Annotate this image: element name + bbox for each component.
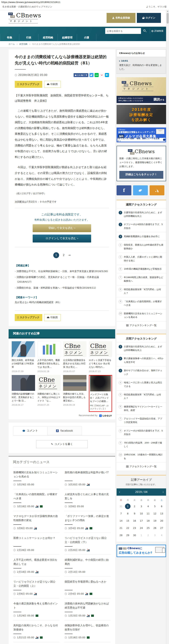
category-news-item[interactable]: 医療機関の文化を知りコミュニケーションを高める3月29日 05:00 bbox=[13, 467, 59, 489]
weekly-ranking-item[interactable]: 8特定処遇改善加算「8万円昇給」は何人？ bbox=[117, 285, 166, 297]
calendar-date[interactable]: 11 bbox=[145, 510, 152, 517]
notice-date[interactable]: 10/01 bbox=[119, 59, 164, 63]
calendar-date[interactable]: 4 bbox=[158, 532, 165, 539]
browser-url[interactable]: https://www.cbnews.jp/news/entry/2018061… bbox=[0, 0, 169, 4]
category-news-item[interactable]: 人材流失を防ぐために人事と育成の見直しを3月8日 05:00 bbox=[64, 489, 111, 511]
calendar-date[interactable]: 30 bbox=[131, 532, 138, 539]
calendar-date[interactable]: 14 bbox=[118, 517, 124, 524]
category-news-item[interactable]: 急性期の低単価病院は利益率が低い!?3月20日 05:00 bbox=[64, 467, 111, 489]
related-article-link[interactable]: 消費税の診療報酬での対応、意見集約することで一致 - 日病協・代表者会議(201… bbox=[15, 275, 109, 284]
advertise-ad-banner[interactable]: 医療 介護 CBnewsに 広告出稿してみませんか? bbox=[117, 545, 166, 557]
calendar-date[interactable]: 21 bbox=[118, 524, 124, 532]
category-news-item[interactable]: 保険診療外収入を増やし、収益構造の改善を目指す1月18日 05:00 bbox=[64, 620, 111, 642]
related-article-link[interactable]: 消費増税は不可欠、社会保障財源確保に - 日医、来年度予算見据え要望(2018/… bbox=[15, 269, 109, 274]
weekly-ranking-item[interactable]: 9「出来高払いの急性期病院」が模索すべき道 bbox=[117, 297, 166, 309]
calendar-date[interactable]: 26 bbox=[152, 524, 158, 532]
monthly-ranking-item[interactable]: 3薬やサプリの飲み合わせ、無料でチェック bbox=[117, 366, 166, 378]
nav-item-行政[interactable]: 行政 bbox=[19, 34, 38, 41]
hatena-share-button[interactable]: B! bbox=[105, 73, 109, 77]
recommend-card[interactable]: 消費税の診療報酬での対応、意見集約することで一致 日…2018.04.17 bbox=[12, 375, 35, 412]
kaitei-ad-banner[interactable]: 2018年度 診療報酬改定 を読み解く bbox=[117, 105, 166, 124]
register-button[interactable]: 有料会員登録 bbox=[107, 13, 136, 23]
weekly-ranking-item[interactable]: 619年度の機能評価係数IIなど官報告示 bbox=[117, 265, 166, 273]
scrapbook-button-bottom[interactable]: スクラップブック bbox=[15, 314, 42, 321]
search-input[interactable] bbox=[105, 28, 141, 34]
page-current[interactable]: 1 bbox=[53, 252, 59, 258]
monthly-ranking-item[interactable]: 6健康保険証をマイナンバーカードと一体化、政府 bbox=[117, 402, 166, 414]
subscribe-ad-banner[interactable]: 医療介護CBnews マネジメント 記事全文がお読みいただけるほか 便利な機能も… bbox=[117, 77, 166, 103]
calendar-date[interactable]: 15 bbox=[124, 517, 131, 524]
print-button-bottom[interactable]: 印刷用 bbox=[44, 314, 61, 321]
calendar-date[interactable]: 3 bbox=[138, 503, 145, 510]
calendar-date[interactable]: 28 bbox=[118, 532, 124, 539]
category-news-item[interactable]: 高利益の薬局だからこそ、さらなる付加価値を1月21日 05:00 bbox=[13, 620, 59, 642]
logly-logo[interactable]: LLOGLY bbox=[99, 414, 112, 417]
calendar-date[interactable]: 13 bbox=[158, 510, 165, 517]
category-news-item[interactable]: 医療コミュニケーションとは何か？2月28日 05:00 bbox=[13, 533, 59, 555]
nav-item-組織管理[interactable]: 組織管理 bbox=[58, 34, 77, 41]
calendar-date[interactable]: 22 bbox=[124, 524, 131, 532]
weekly-ranking-more-link[interactable]: アクセスランキング一覧 bbox=[117, 321, 166, 330]
weekly-ranking-item[interactable]: 2オプジーボが4回目の薬価引き下げ、5月告示 bbox=[117, 220, 166, 232]
tab-facebook[interactable]: f facebook bbox=[47, 426, 82, 435]
scrollbar-thumb[interactable] bbox=[167, 13, 169, 24]
calendar-date[interactable]: 23 bbox=[131, 524, 138, 532]
recommend-card[interactable]: 消費税の補てん方法、配分や設定の見直しも 厚労省が…2018.09.19 bbox=[63, 375, 86, 412]
calendar-date[interactable]: 27 bbox=[158, 524, 165, 532]
tab-comments[interactable]: コメント bbox=[13, 426, 47, 435]
calendar-date[interactable]: 17 bbox=[138, 517, 145, 524]
monthly-ranking-item[interactable]: 97対1病院の利益率、200－299床で厳しく bbox=[117, 438, 166, 450]
notice-text[interactable]: 運営元及び、利用規約の一部を変更致しました。 bbox=[119, 63, 164, 71]
mailmag-ad-banner[interactable]: CBnews 診療報酬改定情報をキャッチアップ！ 無料 メルマガ会員大募集 1分… bbox=[117, 128, 166, 142]
nav-item-経営戦略[interactable]: 経営戦略 bbox=[38, 34, 58, 41]
calendar-prev-arrow[interactable]: ‹ bbox=[119, 490, 120, 494]
category-news-item[interactable]: 経費削減対策は、中小病院の経営に効果的2月13日 05:00 bbox=[64, 555, 111, 576]
scrollbar[interactable]: ▲ bbox=[166, 10, 169, 644]
calendar-date[interactable]: 29 bbox=[124, 532, 131, 539]
calendar-date[interactable]: 12 bbox=[152, 510, 158, 517]
category-news-item[interactable]: 「出来高払いの急性期病院」が模索すべき道3月18日 05:00 bbox=[13, 489, 59, 511]
calendar-date[interactable]: 20 bbox=[158, 517, 165, 524]
related-article-link[interactable]: 消費税分科会、薬価・材料調査を実施へ - 中医協総会で報告(2018/4/11) bbox=[15, 286, 109, 290]
write-comment-button[interactable]: ✎ コメントを書く bbox=[36, 440, 88, 448]
category-news-item[interactable]: マクロなデータが示す誤嚥性肺炎の急性期医療の変化3月6日 05:00 bbox=[13, 511, 59, 533]
login-button[interactable]: ログイン bbox=[137, 13, 161, 23]
recommend-ad-card[interactable]: メンズブーツ大集合！ 人気ブランドをブーツの種類…PR(【TASCLAP（タスク… bbox=[89, 375, 112, 412]
weekly-ranking-item[interactable]: 5外国人人材、介護ロボットに過剰に期待する前に bbox=[117, 253, 166, 265]
nav-item-特集[interactable]: 特集 bbox=[0, 34, 19, 41]
category-news-item[interactable]: 消費税の抜本的な問題解決がなければ経営悪化は不可避1月23日 05:00 bbox=[64, 598, 111, 620]
weekly-ranking-item[interactable]: 3周麻酔期看護師との協働を決め手に bbox=[117, 232, 166, 240]
calendar-date[interactable]: 1 bbox=[124, 503, 131, 510]
monthly-ranking-item[interactable]: 8オプジーボが4回目の薬価引き下げ、5月告示 bbox=[117, 426, 166, 438]
calendar-date[interactable]: 24 bbox=[138, 524, 145, 532]
login-read-button[interactable]: ログインして全文を読む › bbox=[33, 234, 91, 242]
about-logo[interactable]: 医療介護CBnews bbox=[119, 149, 163, 154]
monthly-ranking-item[interactable]: 2要介護被保険者への疾患別リハ、4月から算定不可 bbox=[117, 354, 166, 366]
category-news-item[interactable]: 「ポリファーマシー加算」の算定が進まない3つの理由3月4日 05:00 bbox=[64, 511, 111, 533]
nav-item-介護[interactable]: 介護 bbox=[77, 34, 96, 41]
subscribe-button[interactable]: 購読する bbox=[154, 97, 164, 102]
page-2-link[interactable]: 2 bbox=[63, 254, 65, 257]
calendar-date[interactable]: 6 bbox=[158, 503, 165, 510]
recommend-card[interactable]: CBneネジメン消費税の補てん率にミス、病院は15%以上マイナス「な…2018.… bbox=[37, 375, 61, 412]
calendar-date[interactable]: 5 bbox=[152, 503, 158, 510]
category-news-item[interactable]: 退院・転院の難しい心不全患者の増加に備える1月9日 05:00 bbox=[64, 642, 111, 644]
category-news-item[interactable]: リハビリセラピストが足りない国公立・公的病院（下）2月20日 05:00 bbox=[64, 533, 111, 555]
calendar-date[interactable]: 4 bbox=[145, 503, 152, 510]
monthly-ranking-item[interactable]: 7アルツハイマー型認知症の兆候、アプリ判定実用化 bbox=[117, 414, 166, 426]
monthly-ranking-more-link[interactable]: アクセスランキング一覧 bbox=[117, 462, 166, 470]
calendar-date[interactable]: 2 bbox=[145, 532, 152, 539]
monthly-ranking-item[interactable]: 1介護現場の生産性向上のために、まずは幹部機能を向上 bbox=[117, 342, 166, 354]
calendar-date[interactable]: 1 bbox=[138, 532, 145, 539]
calendar-date[interactable]: 18 bbox=[145, 517, 152, 524]
recommend-card[interactable]: CBneネジメンロボット支援下手術をどう考えるか 先が見えない時代の…2018.… bbox=[89, 341, 112, 372]
facebook-social-button[interactable]: f bbox=[117, 185, 131, 195]
category-news-item[interactable]: 病院経営を市場原理に委ねるべきか2月4日 05:00 bbox=[64, 576, 111, 598]
recommend-card[interactable]: CBneネジメン公立病院の財務状況を悪化させる元凶と対応策 先が見え…2018.… bbox=[63, 341, 86, 372]
facebook-like-button[interactable]: いいね！ 5 bbox=[74, 73, 88, 77]
category-news-item[interactable]: 今後の適正病床数を考える際のポイント1月29日 05:00 bbox=[13, 598, 59, 620]
scrapbook-button[interactable]: スクラップブック bbox=[15, 81, 42, 88]
breadcrumb-item[interactable]: ホーム bbox=[8, 43, 15, 45]
category-news-item[interactable]: 人手不足の時代、看護必要度Ｂ項目を廃止しては2月18日 05:00 bbox=[13, 555, 59, 576]
scrollbar-up-arrow[interactable]: ▲ bbox=[166, 10, 169, 12]
